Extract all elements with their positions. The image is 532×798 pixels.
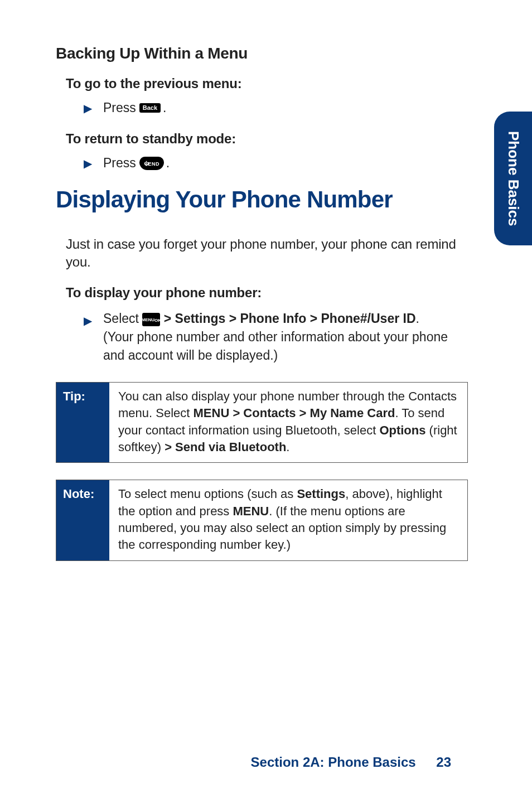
tip-content: You can also display your phone number t… xyxy=(109,383,467,462)
tip-t4: . xyxy=(286,440,289,454)
instruction-press-back: ▶ Press Back . xyxy=(84,100,468,115)
back-key-icon: Back xyxy=(139,103,161,113)
tip-callout: Tip: You can also display your phone num… xyxy=(56,382,468,463)
tip-label: Tip: xyxy=(56,383,109,462)
bullet-triangle-icon: ▶ xyxy=(84,101,92,115)
instruction-press-end: ▶ Press ⏻ END . xyxy=(84,156,468,171)
menu-label: MENU xyxy=(142,318,155,322)
period: . xyxy=(166,156,170,171)
note-b2: MENU xyxy=(233,504,269,518)
side-tab-phone-basics: Phone Basics xyxy=(494,112,532,245)
note-t1: To select menu options (such as xyxy=(118,487,297,501)
label-standby-mode: To return to standby mode: xyxy=(66,131,468,147)
tip-b1: MENU > Contacts > My Name Card xyxy=(194,406,395,420)
menu-ok-key-icon: MENU OK xyxy=(142,313,160,326)
side-tab-label: Phone Basics xyxy=(505,131,522,226)
bullet-triangle-icon: ▶ xyxy=(84,313,92,329)
note-content: To select menu options (such as Settings… xyxy=(109,480,467,560)
page-footer: Section 2A: Phone Basics 23 xyxy=(56,755,468,770)
select-content: Select MENU OK > Settings > Phone Info >… xyxy=(103,309,449,365)
page: Backing Up Within a Menu To go to the pr… xyxy=(0,0,532,798)
footer-section-label: Section 2A: Phone Basics xyxy=(251,755,416,770)
bullet-triangle-icon: ▶ xyxy=(84,157,92,170)
instruction-select-menu: ▶ Select MENU OK > Settings > Phone Info… xyxy=(84,309,468,365)
ok-label: OK xyxy=(154,318,161,323)
period: . xyxy=(163,100,166,115)
note-callout: Note: To select menu options (such as Se… xyxy=(56,480,468,560)
note-b1: Settings xyxy=(297,487,345,501)
intro-text: Just in case you forget your phone numbe… xyxy=(66,235,468,272)
end-label: END xyxy=(148,162,160,167)
footer-page-number: 23 xyxy=(436,755,451,770)
note-label: Note: xyxy=(56,480,109,560)
menu-path: > Settings > Phone Info > Phone#/User ID xyxy=(164,311,416,326)
subheading-backing-up: Backing Up Within a Menu xyxy=(56,45,468,62)
press-text: Press xyxy=(103,156,136,171)
press-text: Press xyxy=(103,100,136,115)
end-key-icon: ⏻ END xyxy=(139,157,164,170)
power-icon: ⏻ xyxy=(144,162,148,166)
heading-displaying-phone-number: Displaying Your Phone Number xyxy=(56,186,468,213)
label-previous-menu: To go to the previous menu: xyxy=(66,76,468,91)
select-word: Select xyxy=(103,311,139,326)
label-display-phone-number: To display your phone number: xyxy=(66,285,468,301)
tip-b3: > Send via Bluetooth xyxy=(165,440,286,454)
tip-b2: Options xyxy=(379,423,425,437)
